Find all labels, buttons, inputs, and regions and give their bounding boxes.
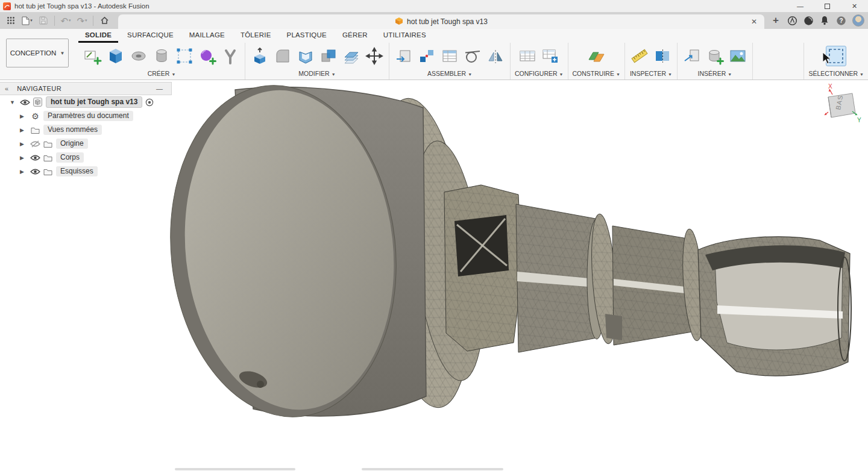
expand-caret-icon[interactable]: ▶ <box>20 127 29 133</box>
maximize-icon[interactable] <box>814 0 841 12</box>
construction-plane-icon[interactable] <box>586 46 606 66</box>
file-menu-icon[interactable]: ▾ <box>20 13 34 28</box>
expand-caret-icon[interactable]: ▼ <box>10 99 19 105</box>
tree-item-label[interactable]: Esquisses <box>56 166 98 177</box>
tree-item-sketches[interactable]: ▶ Esquisses <box>0 164 172 178</box>
group-label-construire[interactable]: CONSTRUIRE▼ <box>573 69 620 80</box>
chevron-down-icon: ▼ <box>60 51 64 56</box>
group-label-inspecter[interactable]: INSPECTER▼ <box>629 69 673 80</box>
save-icon[interactable] <box>36 13 51 28</box>
group-label-configurer[interactable]: CONFIGURER▼ <box>515 69 564 80</box>
navigator-header: « NAVIGATEUR — <box>0 82 172 95</box>
workspace-selector[interactable]: CONCEPTION ▼ <box>6 39 69 67</box>
view-cube[interactable]: X BAS Y <box>813 80 868 127</box>
tree-item-named-views[interactable]: ▶ Vues nommées <box>0 123 172 137</box>
combine-icon[interactable] <box>318 46 339 66</box>
visibility-eye-icon[interactable] <box>29 168 42 175</box>
move-icon[interactable] <box>364 46 385 66</box>
configuration-insert-icon[interactable] <box>540 46 561 66</box>
redo-icon[interactable]: ↷▾ <box>75 13 89 28</box>
joint-icon[interactable] <box>417 46 437 66</box>
expand-caret-icon[interactable]: ▶ <box>20 169 29 175</box>
visibility-hidden-eye-icon[interactable] <box>29 140 42 148</box>
tab-maillage[interactable]: MAILLAGE <box>183 29 231 43</box>
minimize-panel-icon[interactable]: — <box>156 85 171 92</box>
tree-item-root-component[interactable]: ▼ hot tub jet Tough spa v13 <box>0 95 172 109</box>
user-avatar[interactable] <box>852 14 864 27</box>
press-pull-icon[interactable] <box>250 46 270 66</box>
tree-item-label[interactable]: Paramètres du document <box>43 111 133 122</box>
extensions-icon[interactable] <box>785 13 799 28</box>
tab-plastique[interactable]: PLASTIQUE <box>280 29 333 43</box>
viewport-canvas[interactable]: « NAVIGATEUR — ▼ hot tub jet Tough spa v… <box>0 80 868 471</box>
tab-gerer[interactable]: GÉRER <box>336 29 374 43</box>
app-grid-icon[interactable] <box>4 13 18 28</box>
tab-tolerie[interactable]: TÔLERIE <box>234 29 278 43</box>
new-component-icon[interactable] <box>394 46 414 66</box>
tab-utilitaires[interactable]: UTILITAIRES <box>377 29 433 43</box>
collapse-panel-icon[interactable]: « <box>0 85 12 92</box>
toolbar-separator <box>54 16 55 26</box>
close-icon[interactable]: ✕ <box>841 0 868 12</box>
revolve-icon[interactable] <box>128 46 149 66</box>
insert-mesh-icon[interactable] <box>705 46 725 66</box>
ribbon-group-construire: CONSTRUIRE▼ <box>568 43 625 80</box>
activate-component-radio-icon[interactable] <box>145 98 154 107</box>
chevron-down-icon: ▼ <box>728 72 732 76</box>
chevron-down-icon: ▼ <box>468 72 472 76</box>
tree-item-label[interactable]: Corps <box>56 152 84 163</box>
minimize-icon[interactable]: — <box>787 0 814 12</box>
insert-image-icon[interactable] <box>728 46 748 66</box>
configuration-table-icon[interactable] <box>517 46 538 66</box>
folder-icon <box>29 126 42 134</box>
ribbon-group-inspecter: INSPECTER▼ <box>625 43 678 80</box>
mirror-icon[interactable] <box>485 46 506 66</box>
tree-item-label[interactable]: Origine <box>56 139 88 149</box>
tree-item-bodies[interactable]: ▶ Corps <box>0 151 172 164</box>
ribbon-group-modifier: MODIFIER▼ <box>245 43 389 80</box>
measure-icon[interactable] <box>629 46 650 66</box>
tree-item-document-settings[interactable]: ▶ ⚙ Paramètres du document <box>0 109 172 123</box>
offset-face-icon[interactable] <box>341 46 362 66</box>
navigator-panel: « NAVIGATEUR — ▼ hot tub jet Tough spa v… <box>0 82 172 178</box>
section-analysis-icon[interactable] <box>652 46 673 66</box>
group-label-creer[interactable]: CRÉER▼ <box>83 69 241 80</box>
home-icon[interactable] <box>97 13 112 28</box>
tree-item-origin[interactable]: ▶ Origine <box>0 137 172 151</box>
expand-caret-icon[interactable]: ▶ <box>20 155 29 161</box>
group-label-selectionner[interactable]: SÉLECTIONNER▼ <box>808 69 864 80</box>
chevron-down-icon: ▼ <box>171 72 175 76</box>
insert-derive-icon[interactable] <box>682 46 702 66</box>
pattern-box-icon[interactable] <box>174 46 195 66</box>
tab-close-icon[interactable]: ✕ <box>751 17 757 26</box>
tree-item-label[interactable]: Vues nommées <box>43 125 102 136</box>
visibility-eye-icon[interactable] <box>19 99 31 106</box>
new-tab-icon[interactable]: + <box>769 13 783 28</box>
tree-item-label[interactable]: hot tub jet Tough spa v13 <box>46 96 142 108</box>
timeline-strip-left <box>175 468 295 470</box>
group-label-modifier[interactable]: MODIFIER▼ <box>250 69 385 80</box>
group-label-inserer[interactable]: INSÉRER▼ <box>682 69 748 80</box>
help-icon[interactable]: ? <box>834 13 848 28</box>
undo-icon[interactable]: ↶▾ <box>58 13 73 28</box>
create-form-icon[interactable] <box>197 46 218 66</box>
create-sketch-icon[interactable] <box>83 46 103 66</box>
joint-list-icon[interactable] <box>439 46 460 66</box>
cylinder-icon[interactable] <box>151 46 172 66</box>
tab-solide[interactable]: SOLIDE <box>78 29 118 43</box>
job-status-icon[interactable] <box>801 13 816 28</box>
tab-surfacique[interactable]: SURFACIQUE <box>121 29 180 43</box>
document-tab[interactable]: hot tub jet Tough spa v13 ✕ <box>118 14 764 29</box>
notifications-bell-icon[interactable] <box>817 13 832 28</box>
shell-icon[interactable] <box>295 46 316 66</box>
fillet-icon[interactable] <box>272 46 293 66</box>
visibility-eye-icon[interactable] <box>29 154 42 161</box>
component-icon <box>31 98 44 107</box>
group-label-assembler[interactable]: ASSEMBLER▼ <box>394 69 506 80</box>
sweep-icon[interactable] <box>220 46 241 66</box>
expand-caret-icon[interactable]: ▶ <box>20 113 29 119</box>
tangent-relation-icon[interactable] <box>462 46 483 66</box>
chevron-down-icon: ▼ <box>559 72 564 76</box>
extrude-icon[interactable] <box>105 46 126 66</box>
expand-caret-icon[interactable]: ▶ <box>20 141 29 147</box>
